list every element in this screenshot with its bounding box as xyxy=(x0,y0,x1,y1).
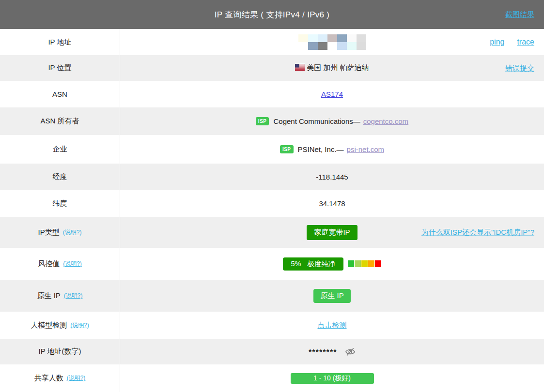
shared-count-badge: 1 - 10 (极好) xyxy=(291,373,374,384)
row-label-cell: 大模型检测 (说明?) xyxy=(0,312,120,339)
ip-type-badge: 家庭宽带IP xyxy=(307,225,357,240)
row-label: 共享人数 xyxy=(34,374,63,383)
row-label: IP 地址(数字) xyxy=(38,347,81,356)
row-label-cell: 经度 xyxy=(0,164,120,190)
row-label: IP 位置 xyxy=(48,63,71,73)
table-row: 原生 IP (说明?) 原生 IP xyxy=(0,280,544,312)
isp-badge: ISP xyxy=(280,145,294,153)
latitude-value: 34.1478 xyxy=(319,199,345,208)
row-value-cell: ******** xyxy=(120,339,544,364)
row-label-cell: ASN 所有者 xyxy=(0,107,120,135)
table-row: IP 地址(数字) ******** xyxy=(0,339,544,364)
row-label: 原生 IP xyxy=(37,291,60,301)
risk-scale-bar xyxy=(348,260,381,267)
row-label: ASN xyxy=(52,90,67,98)
table-row: 共享人数 (说明?) 1 - 10 (极好) xyxy=(0,364,544,392)
row-value-cell: 34.1478 xyxy=(120,190,544,217)
table-row: ASN 所有者 ISP Cogent Communications— cogen… xyxy=(0,107,544,135)
row-label-cell: IP类型 (说明?) xyxy=(0,217,120,248)
table-row: 纬度 34.1478 xyxy=(0,190,544,217)
row-label-cell: 风控值 (说明?) xyxy=(0,248,120,280)
row-label: 经度 xyxy=(53,172,67,181)
row-label-cell: 原生 IP (说明?) xyxy=(0,280,120,312)
asn-owner-domain-link[interactable]: cogentco.com xyxy=(363,117,408,125)
row-value-cell: ISP Cogent Communications— cogentco.com xyxy=(120,107,544,135)
eye-off-icon[interactable] xyxy=(345,347,356,357)
native-ip-badge: 原生 IP xyxy=(313,289,350,303)
row-label: ASN 所有者 xyxy=(40,117,79,126)
row-label-cell: IP 位置 xyxy=(0,55,120,81)
row-label-cell: 共享人数 (说明?) xyxy=(0,364,120,392)
ip-address-mosaic xyxy=(298,34,366,50)
explain-link[interactable]: (说明?) xyxy=(63,260,82,268)
asn-number-link[interactable]: AS174 xyxy=(321,90,343,98)
table-row: 大模型检测 (说明?) 点击检测 xyxy=(0,312,544,339)
row-value-cell: ISP PSINet, Inc.— psi-net.com xyxy=(120,135,544,164)
enterprise-name: PSINet, Inc.— xyxy=(298,145,344,153)
row-value-cell: -118.1445 xyxy=(120,164,544,190)
row-label-cell: 企业 xyxy=(0,135,120,164)
row-value-cell: 美国 加州 帕萨迪纳 错误提交 xyxy=(120,55,544,81)
enterprise-domain-link[interactable]: psi-net.com xyxy=(347,145,385,153)
risk-score-badge: 5%极度纯净 xyxy=(283,257,344,271)
row-value-cell: 5%极度纯净 xyxy=(120,248,544,280)
error-submit-link[interactable]: 错误提交 xyxy=(505,63,534,73)
row-value-cell: 1 - 10 (极好) xyxy=(120,364,544,392)
ip-query-result-page: IP 查询结果 ( 支持IPv4 / IPv6 ) 截图结果 IP 地址 pin… xyxy=(0,0,544,392)
ping-link[interactable]: ping xyxy=(490,38,504,46)
trace-link[interactable]: trace xyxy=(517,38,534,46)
table-row: 企业 ISP PSINet, Inc.— psi-net.com xyxy=(0,135,544,164)
risk-percent: 5% xyxy=(291,260,301,268)
row-label: 风控值 xyxy=(38,259,60,269)
row-value-cell: 家庭宽带IP 为什么双ISP还会显示"IDC机房IP"? xyxy=(120,217,544,248)
row-label: 大模型检测 xyxy=(31,321,67,330)
table-row: IP 位置 美国 加州 帕萨迪纳 错误提交 xyxy=(0,55,544,81)
row-value-cell: 原生 IP xyxy=(120,280,544,312)
longitude-value: -118.1445 xyxy=(316,173,348,181)
why-dual-isp-link[interactable]: 为什么双ISP还会显示"IDC机房IP"? xyxy=(421,228,534,237)
isp-badge: ISP xyxy=(256,117,269,125)
ip-location-value: 美国 加州 帕萨迪纳 xyxy=(307,63,369,73)
explain-link[interactable]: (说明?) xyxy=(67,374,86,382)
screenshot-result-link[interactable]: 截图结果 xyxy=(505,10,534,19)
asn-owner-name: Cogent Communications— xyxy=(273,117,360,125)
explain-link[interactable]: (说明?) xyxy=(70,321,89,330)
click-detect-link[interactable]: 点击检测 xyxy=(318,321,347,330)
masked-ip-number: ******** xyxy=(309,347,337,356)
table-row: 经度 -118.1445 xyxy=(0,164,544,190)
table-row: 风控值 (说明?) 5%极度纯净 xyxy=(0,248,544,280)
explain-link[interactable]: (说明?) xyxy=(63,228,82,237)
page-title: IP 查询结果 ( 支持IPv4 / IPv6 ) xyxy=(215,9,330,20)
explain-link[interactable]: (说明?) xyxy=(64,292,83,300)
row-label: IP类型 xyxy=(38,228,60,237)
us-flag-icon xyxy=(295,64,305,73)
risk-label: 极度纯净 xyxy=(307,260,335,268)
row-value-cell: AS174 xyxy=(120,81,544,107)
row-label: IP 地址 xyxy=(48,38,71,47)
row-value-cell: 点击检测 xyxy=(120,312,544,339)
row-label: 纬度 xyxy=(53,199,67,208)
row-value-cell: ping trace xyxy=(120,29,544,55)
row-label-cell: 纬度 xyxy=(0,190,120,217)
header-bar: IP 查询结果 ( 支持IPv4 / IPv6 ) 截图结果 xyxy=(0,0,544,29)
row-label-cell: IP 地址 xyxy=(0,29,120,55)
table-row: ASN AS174 xyxy=(0,81,544,107)
table-row: IP类型 (说明?) 家庭宽带IP 为什么双ISP还会显示"IDC机房IP"? xyxy=(0,217,544,248)
table-row: IP 地址 ping trace xyxy=(0,29,544,55)
row-label-cell: IP 地址(数字) xyxy=(0,339,120,364)
row-label: 企业 xyxy=(53,145,67,154)
row-label-cell: ASN xyxy=(0,81,120,107)
